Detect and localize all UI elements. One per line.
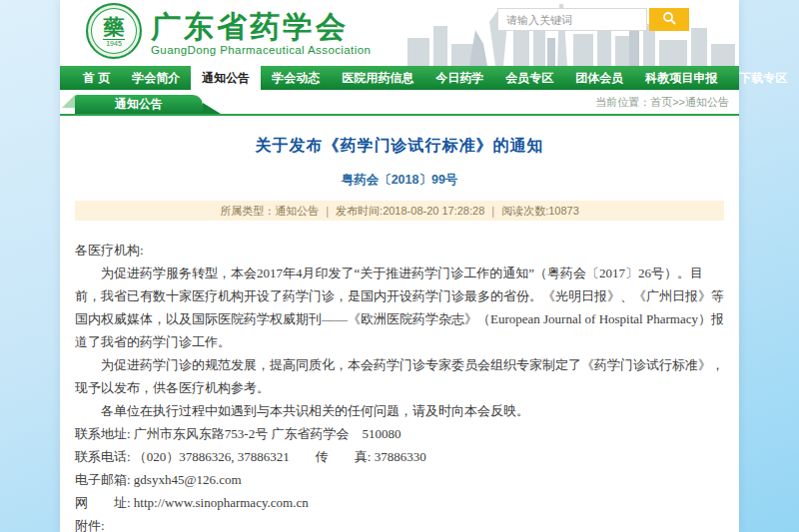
breadcrumb-label: 当前位置： <box>595 96 650 108</box>
brand: 藥 1945 广东省药学会 GuangDong Pharmaceutical A… <box>86 3 371 59</box>
search-box <box>497 8 689 31</box>
site-subtitle: GuangDong Pharmaceutical Association <box>151 44 371 56</box>
paragraph: 为促进药学门诊的规范发展，提高同质化，本会药学门诊专家委员会组织专家制定了《药学… <box>75 353 724 399</box>
article-meta-bar: 所属类型：通知公告 ｜ 发布时间:2018-08-20 17:28:28 ｜ 阅… <box>75 201 724 221</box>
nav-item-about[interactable]: 学会简介 <box>121 66 191 90</box>
section-bar: 通知公告 当前位置：首页>>通知公告 <box>60 92 739 116</box>
nav-item-pharmacy-today[interactable]: 今日药学 <box>424 66 494 90</box>
logo-year: 1945 <box>103 39 125 47</box>
contact-address: 联系地址: 广州市东风东路753-2号 广东省药学会 510080 <box>75 422 724 445</box>
main-nav: 首 页 学会简介 通知公告 学会动态 医院用药信息 今日药学 会员专区 团体会员… <box>60 66 739 90</box>
nav-item-home[interactable]: 首 页 <box>72 66 121 90</box>
section-title-ribbon: 通知公告 <box>75 95 203 114</box>
article: 关于发布《药学门诊试行标准》的通知 粤药会〔2018〕99号 所属类型：通知公告… <box>60 136 739 532</box>
search-button[interactable] <box>649 8 689 31</box>
paragraph: 各单位在执行过程中如遇到与本共识相关的任何问题，请及时向本会反映。 <box>75 399 724 422</box>
nav-item-news[interactable]: 学会动态 <box>261 66 331 90</box>
logo-character: 藥 <box>104 16 125 38</box>
nav-item-downloads[interactable]: 下载专区 <box>728 66 798 90</box>
article-body: 各医疗机构: 为促进药学服务转型，本会2017年4月印发了“关于推进药学门诊工作… <box>75 239 724 532</box>
site-title: 广东省药学会 <box>151 11 371 43</box>
contact-email: 电子邮箱: gdsyxh45@126.com <box>75 468 724 491</box>
page-container: 藥 1945 广东省药学会 GuangDong Pharmaceutical A… <box>60 0 739 532</box>
search-input[interactable] <box>497 8 647 31</box>
paragraph: 为促进药学服务转型，本会2017年4月印发了“关于推进药学门诊工作的通知”（粤药… <box>75 262 724 353</box>
breadcrumb: 当前位置：首页>>通知公告 <box>595 95 729 110</box>
attachments-heading: 附件: <box>75 514 724 532</box>
site-header: 藥 1945 广东省药学会 GuangDong Pharmaceutical A… <box>60 0 739 66</box>
contact-website: 网 址: http://www.sinopharmacy.com.cn <box>75 491 724 514</box>
document-number: 粤药会〔2018〕99号 <box>75 172 724 189</box>
nav-item-project-application[interactable]: 科教项目申报 <box>634 66 728 90</box>
nav-item-hospital-drug-info[interactable]: 医院用药信息 <box>331 66 424 90</box>
search-icon <box>662 11 676 28</box>
breadcrumb-path[interactable]: 首页>>通知公告 <box>650 96 729 108</box>
association-logo: 藥 1945 <box>86 3 142 59</box>
article-title: 关于发布《药学门诊试行标准》的通知 <box>75 136 724 157</box>
salutation: 各医疗机构: <box>75 239 724 262</box>
nav-item-member-zone[interactable]: 会员专区 <box>494 66 564 90</box>
contact-phone: 联系电话: （020）37886326, 37886321 传 真: 37886… <box>75 445 724 468</box>
brand-text: 广东省药学会 GuangDong Pharmaceutical Associat… <box>151 3 371 56</box>
nav-item-notices[interactable]: 通知公告 <box>191 66 261 90</box>
nav-item-group-members[interactable]: 团体会员 <box>564 66 634 90</box>
